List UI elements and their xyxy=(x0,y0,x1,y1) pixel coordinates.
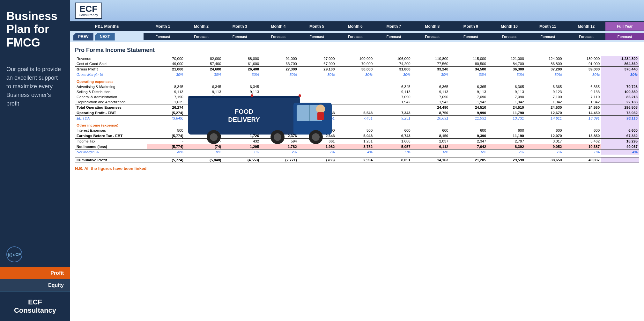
row-value-12 xyxy=(563,77,601,84)
row-value-10: 6,365 xyxy=(488,84,526,89)
table-row: Depreciation and Amortization1,6251,6251… xyxy=(75,99,639,105)
row-value-1: 49,000 xyxy=(147,61,185,67)
row-value-7: 1,942 xyxy=(374,99,412,105)
row-value-9: 21,205 xyxy=(450,157,488,163)
row-value-7: 106,000 xyxy=(374,56,412,61)
row-value-5 xyxy=(299,94,337,99)
table-row: EBITDA(3,649)2,0513,8514,7515,0517,4519,… xyxy=(75,116,639,121)
row-value-4 xyxy=(261,121,299,128)
row-value-1: 7,190 xyxy=(147,94,185,99)
row-value-6: 5,043 xyxy=(336,133,374,139)
row-value-3: 9,113 xyxy=(223,89,261,94)
row-value-1: 500 xyxy=(147,128,185,133)
row-value-8: 10,691 xyxy=(412,116,450,121)
table-row: Cumulative Profit(5,774)(5,848)(4,553)(2… xyxy=(75,157,639,163)
row-value-1: 9,113 xyxy=(147,89,185,94)
row-value-2 xyxy=(185,77,223,84)
table-row: General & Administration7,1907,0907,0907… xyxy=(75,94,639,99)
row-value-10: 36,300 xyxy=(488,67,526,72)
main-content: ECF Consultancy P&L Months Month 1 Month… xyxy=(70,0,644,321)
sidebar-footer: ECF Consultancy xyxy=(0,291,70,321)
row-value-11 xyxy=(526,77,564,84)
row-value-13: 296,508 xyxy=(601,105,639,110)
row-value-5: 29,100 xyxy=(299,67,337,72)
table-row: Cost of Good Sold49,00057,40061,60063,70… xyxy=(75,61,639,67)
row-value-6 xyxy=(336,105,374,110)
row-value-13: 1,234,800 xyxy=(601,56,639,61)
row-value-11: 3,017 xyxy=(526,139,564,144)
next-button[interactable]: NEXT xyxy=(95,33,115,40)
row-label: Interest Expenses xyxy=(75,128,147,133)
row-value-9: 30% xyxy=(450,72,488,77)
row-value-9 xyxy=(450,121,488,128)
nav-buttons: PREV NEXT xyxy=(70,31,144,42)
row-value-8: 110,800 xyxy=(412,56,450,61)
row-value-2: 9,113 xyxy=(185,89,223,94)
row-value-3: 1,295 xyxy=(223,144,261,150)
sidebar-logo-area: ((( eCF xyxy=(0,242,70,267)
row-value-2: 1,625 xyxy=(185,99,223,105)
row-value-13 xyxy=(601,121,639,128)
table-row: Other income (expense): xyxy=(75,121,639,128)
row-value-13: 864,360 xyxy=(601,61,639,67)
row-value-6: 5,543 xyxy=(336,110,374,116)
row-value-10: 11,790 xyxy=(488,110,526,116)
row-value-9: 80,500 xyxy=(450,61,488,67)
row-value-4: 27,300 xyxy=(261,67,299,72)
row-value-8: 1,942 xyxy=(412,99,450,105)
row-value-5: (788) xyxy=(299,157,337,163)
row-value-7: 5% xyxy=(374,150,412,155)
row-value-6 xyxy=(336,121,374,128)
row-value-7: 9,251 xyxy=(374,116,412,121)
month-1-header: Month 1 xyxy=(144,22,182,31)
row-value-12: 39,000 xyxy=(563,67,601,72)
row-value-1: -8% xyxy=(147,150,185,155)
row-value-1: 8,345 xyxy=(147,84,185,89)
row-value-8: 30% xyxy=(412,72,450,77)
full-year-header: Full Year xyxy=(605,22,644,31)
forecast-1: Forecast xyxy=(144,33,182,40)
row-value-7: 30% xyxy=(374,72,412,77)
row-value-7: 7,090 xyxy=(374,94,412,99)
row-value-3: 1,726 xyxy=(223,133,261,139)
row-value-3: 24,174 xyxy=(223,105,261,110)
month-8-header: Month 8 xyxy=(413,22,452,31)
row-value-6: 4% xyxy=(336,150,374,155)
row-value-11: 124,000 xyxy=(526,56,564,61)
row-value-11: 9,052 xyxy=(526,144,564,150)
row-label: General & Administration xyxy=(75,94,147,99)
equity-tab[interactable]: Equity xyxy=(0,279,70,291)
row-value-13: 4% xyxy=(601,150,639,155)
row-value-10: 30% xyxy=(488,72,526,77)
row-value-9: 11,931 xyxy=(450,116,488,121)
row-value-11: 30% xyxy=(526,72,564,77)
row-value-6 xyxy=(336,99,374,105)
prev-button[interactable]: PREV xyxy=(73,33,93,40)
row-value-8: 600 xyxy=(412,128,450,133)
row-value-4: 63,700 xyxy=(261,61,299,67)
row-value-5: 500 xyxy=(299,128,337,133)
row-value-6: 2,994 xyxy=(336,157,374,163)
row-value-6: 7,451 xyxy=(336,116,374,121)
row-value-13: 79,723 xyxy=(601,84,639,89)
row-value-3: 2,226 xyxy=(223,110,261,116)
row-value-2: (5,848) xyxy=(185,157,223,163)
row-value-7: 74,200 xyxy=(374,61,412,67)
ecf-logo-box: ECF Consultancy xyxy=(75,3,102,19)
row-value-5 xyxy=(299,121,337,128)
row-value-10: 7,090 xyxy=(488,94,526,99)
row-value-2: 426 xyxy=(185,110,223,116)
row-label: Operating expenses: xyxy=(75,77,147,84)
row-value-8: 9,113 xyxy=(412,89,450,94)
row-value-7: 31,800 xyxy=(374,67,412,72)
row-value-7: 5,057 xyxy=(374,144,412,150)
row-value-1 xyxy=(147,121,185,128)
row-label: Depreciation and Amortization xyxy=(75,99,147,105)
row-value-9: 9,990 xyxy=(450,110,488,116)
row-value-1 xyxy=(147,77,185,84)
row-value-9: 34,500 xyxy=(450,67,488,72)
row-value-4: 1,782 xyxy=(261,144,299,150)
row-value-10: 600 xyxy=(488,128,526,133)
profit-tab[interactable]: Profit xyxy=(0,267,70,279)
table-row: Gross Profit21,00024,60026,40027,30029,1… xyxy=(75,67,639,72)
